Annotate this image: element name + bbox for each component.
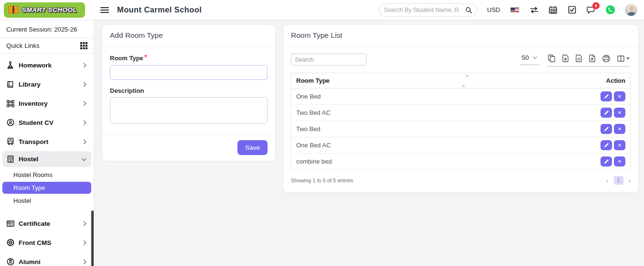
column-label: Action xyxy=(606,77,625,84)
sidebar-item-label: Homework xyxy=(19,62,82,69)
search-icon[interactable] xyxy=(465,7,472,13)
pagination-prev[interactable]: ‹ xyxy=(606,177,608,184)
list-card-title: Room Type List xyxy=(283,25,638,46)
main-content: Add Room Type Room Type* Description Sav… xyxy=(94,20,644,266)
bus-icon xyxy=(6,138,14,145)
delete-button[interactable]: ✕ xyxy=(614,108,625,118)
pdf-icon[interactable] xyxy=(589,55,595,62)
logo-book-icon xyxy=(8,5,19,15)
column-header-room-type[interactable]: Room Type xyxy=(291,73,484,89)
quick-links-label: Quick Links xyxy=(6,42,40,49)
student-search-input[interactable] xyxy=(384,7,465,13)
delete-button[interactable]: ✕ xyxy=(614,156,625,166)
csv-file-icon[interactable] xyxy=(576,55,582,62)
room-type-label: Room Type xyxy=(110,55,143,62)
chevron-right-icon xyxy=(82,139,86,144)
sidebar-item-transport[interactable]: Transport xyxy=(0,132,94,151)
sidebar-item-certificate[interactable]: Certificate xyxy=(0,214,94,233)
room-type-cell: Two Bed xyxy=(291,121,484,137)
copy-icon[interactable] xyxy=(548,55,555,62)
room-type-cell: combine bed xyxy=(291,154,484,170)
subitem-label: Hostel xyxy=(13,197,31,204)
chat-icon[interactable]: 0 xyxy=(587,5,596,14)
pagination-next[interactable]: › xyxy=(629,177,631,184)
top-header: SMART SCHOOL Mount Carmel School USD xyxy=(0,0,644,20)
flask-icon xyxy=(6,61,14,69)
task-check-icon[interactable] xyxy=(568,5,577,14)
smart-school-logo[interactable]: SMART SCHOOL xyxy=(4,2,85,18)
student-cv-icon xyxy=(6,119,14,126)
sidebar-item-inventory[interactable]: Inventory xyxy=(0,94,94,113)
alumni-icon xyxy=(6,258,14,266)
sort-icon xyxy=(462,78,469,85)
sidebar-item-label: Front CMS xyxy=(19,239,82,246)
subitem-label: Hostel Rooms xyxy=(13,171,53,178)
sidebar-subitem-room-type[interactable]: Room Type xyxy=(2,182,91,194)
delete-button[interactable]: ✕ xyxy=(614,124,625,134)
sidebar-item-label: Alumni xyxy=(19,258,82,266)
chevron-right-icon xyxy=(82,240,86,245)
column-visibility-icon[interactable] xyxy=(617,55,630,62)
sidebar-item-front-cms[interactable]: Front CMS xyxy=(0,233,94,252)
sidebar-scrollbar[interactable] xyxy=(91,211,94,266)
sidebar-item-hostel[interactable]: Hostel xyxy=(2,151,91,167)
edit-button[interactable] xyxy=(601,156,612,166)
sidebar-item-label: Certificate xyxy=(19,220,82,227)
chevron-right-icon xyxy=(82,259,86,264)
sidebar-subitem-hostel-rooms[interactable]: Hostel Rooms xyxy=(0,168,94,181)
chat-count-badge: 0 xyxy=(592,2,600,9)
quick-links[interactable]: Quick Links xyxy=(0,38,94,53)
edit-button[interactable] xyxy=(601,124,612,134)
table-row: combine bed ✕ xyxy=(291,154,631,170)
room-type-cell: One Bed AC xyxy=(291,137,484,154)
calendar-icon[interactable] xyxy=(548,5,558,14)
currency-selector[interactable]: USD xyxy=(487,6,500,13)
sidebar-item-library[interactable]: Library xyxy=(0,75,94,94)
column-header-action: Action xyxy=(483,73,630,89)
edit-button[interactable] xyxy=(601,91,612,101)
swap-arrows-icon[interactable] xyxy=(529,5,538,14)
language-flag-icon[interactable] xyxy=(510,7,519,13)
print-icon[interactable] xyxy=(602,55,610,62)
table-footer: Showing 1 to 5 of 5 entries ‹ 1 › xyxy=(291,176,631,185)
hamburger-icon[interactable] xyxy=(100,6,109,14)
chevron-right-icon xyxy=(82,101,86,106)
sidebar-item-student-cv[interactable]: Student CV xyxy=(0,113,94,132)
pagination: ‹ 1 › xyxy=(606,176,631,185)
sidebar-item-alumni[interactable]: Alumni xyxy=(0,252,94,266)
chevron-right-icon xyxy=(82,120,86,125)
chevron-right-icon xyxy=(82,63,86,67)
page-size-select[interactable]: 50 xyxy=(520,54,540,65)
sidebar-item-label: Library xyxy=(19,81,82,88)
table-header-row: Room Type Action xyxy=(291,73,631,89)
sidebar-item-label: Hostel xyxy=(19,155,82,163)
description-textarea[interactable] xyxy=(110,97,268,124)
table-row: Two Bed ✕ xyxy=(291,121,631,137)
sidebar-item-label: Transport xyxy=(19,138,82,145)
user-avatar[interactable] xyxy=(625,4,637,16)
subitem-label: Room Type xyxy=(13,184,45,191)
chevron-right-icon xyxy=(82,82,86,87)
table-row: Two Bed AC ✕ xyxy=(291,105,631,121)
edit-button[interactable] xyxy=(601,140,612,150)
current-session-label: Current Session: 2025-26 xyxy=(0,20,94,38)
whatsapp-icon[interactable] xyxy=(606,5,615,14)
page-size-value: 50 xyxy=(522,54,529,61)
delete-button[interactable]: ✕ xyxy=(614,91,625,101)
header-actions: USD xyxy=(379,3,644,17)
pagination-page-1[interactable]: 1 xyxy=(614,176,623,185)
room-type-list-card: Room Type List 50 xyxy=(283,24,639,193)
sidebar-item-homework[interactable]: Homework xyxy=(0,55,94,75)
grid-icon[interactable] xyxy=(80,42,87,49)
inventory-box-icon xyxy=(6,100,14,107)
edit-button[interactable] xyxy=(601,108,612,118)
front-cms-icon xyxy=(6,239,14,246)
description-label: Description xyxy=(110,87,268,94)
delete-button[interactable]: ✕ xyxy=(614,140,625,150)
room-type-input[interactable] xyxy=(110,65,268,80)
excel-icon[interactable] xyxy=(562,55,569,62)
sidebar-subitem-hostel[interactable]: Hostel xyxy=(0,194,94,207)
table-search-input[interactable] xyxy=(291,54,366,66)
room-type-table: Room Type Action One Bed ✕ xyxy=(291,73,631,170)
save-button[interactable]: Save xyxy=(237,140,268,155)
